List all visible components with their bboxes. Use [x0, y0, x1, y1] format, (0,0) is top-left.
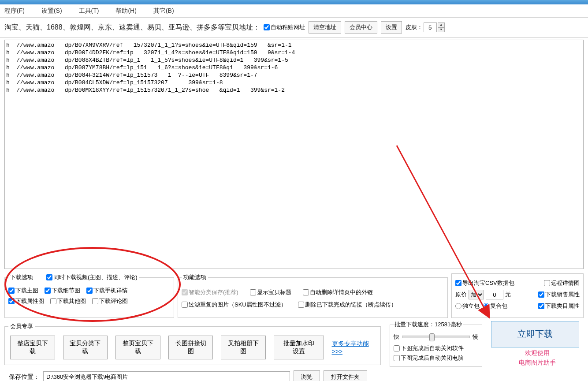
- remote-detail-checkbox[interactable]: 远程详情图: [544, 279, 580, 287]
- smart-save-checkbox: 智能分类保存(推荐): [182, 288, 238, 296]
- save-label: 保存位置：: [9, 373, 40, 381]
- download-video-checkbox[interactable]: 同时下载视频(主图、描述、评论): [46, 273, 138, 281]
- skin-value[interactable]: [424, 22, 437, 32]
- menu-settings[interactable]: 设置(S): [41, 7, 62, 15]
- member-legend: 会员专享: [8, 322, 35, 330]
- download-detail-checkbox[interactable]: 下载细节图: [45, 287, 80, 295]
- category-download-button[interactable]: 宝贝分类下载: [63, 336, 108, 359]
- speed-fast-label: 快: [394, 333, 399, 341]
- more-features-link[interactable]: 更多专享功能>>>: [332, 340, 373, 355]
- title-bar: [0, 0, 588, 4]
- welcome-text-2: 电商图片助手: [491, 359, 584, 367]
- open-folder-button[interactable]: 打开文件夹: [324, 370, 367, 381]
- close-software-checkbox[interactable]: 下图完成后自动关闭软件: [394, 344, 478, 352]
- download-review-checkbox[interactable]: 下载评论图: [92, 297, 128, 305]
- menu-other[interactable]: 其它(B): [153, 7, 174, 15]
- speed-group: 批量下载速度：12581毫秒 快 慢 下图完成后自动关闭软件 下图完成后自动关闭…: [390, 321, 482, 367]
- watermark-button[interactable]: 批量加水印设置: [274, 336, 324, 359]
- menu-tools[interactable]: 工具(T): [79, 7, 99, 15]
- function-options-legend: 功能选项: [182, 273, 208, 281]
- speed-slow-label: 慢: [473, 333, 478, 341]
- option-panels: 下载选项 同时下载视频(主图、描述、评论) 下载主图 下载细节图 下载手机详情 …: [0, 272, 588, 318]
- browse-button[interactable]: 浏览: [294, 370, 320, 381]
- menu-bar: 程序(F) 设置(S) 工具(T) 帮助(H) 其它(B): [0, 4, 588, 18]
- price-op-select[interactable]: 加: [469, 290, 484, 299]
- shop-download-button[interactable]: 整店宝贝下载: [10, 336, 55, 359]
- export-csv-checkbox[interactable]: 导出淘宝CSV数据包: [455, 279, 514, 287]
- skin-spinner: ▲ ▼: [438, 22, 445, 32]
- member-row: 会员专享 整店宝贝下载 宝贝分类下载 整页宝贝下载 长图拼接切图 叉拍相册下图 …: [0, 321, 588, 367]
- speed-slider[interactable]: [402, 336, 470, 338]
- auto-delete-links-checkbox[interactable]: 自动删除详情页中的外链: [303, 288, 373, 296]
- album-download-button[interactable]: 叉拍相册下图: [221, 336, 266, 359]
- download-options-legend: 下载选项 同时下载视频(主图、描述、评论): [8, 273, 139, 281]
- pkg-combo-radio[interactable]: 复合包: [483, 302, 507, 310]
- download-options-group: 下载选项 同时下载视频(主图、描述、评论) 下载主图 下载细节图 下载手机详情 …: [4, 273, 174, 318]
- function-options-group: 功能选项 智能分类保存(推荐) 显示宝贝标题 自动删除详情页中的外链 过滤重复的…: [178, 273, 448, 318]
- slider-thumb[interactable]: [429, 333, 435, 341]
- member-group: 会员专享 整店宝贝下载 宝贝分类下载 整页宝贝下载 长图拼接切图 叉拍相册下图 …: [4, 322, 381, 365]
- delete-done-checkbox[interactable]: 删除已下载完成的链接（断点续传）: [298, 301, 397, 309]
- save-path-input[interactable]: [43, 371, 290, 381]
- price-label: 原价: [455, 291, 467, 299]
- show-title-checkbox[interactable]: 显示宝贝标题: [250, 288, 291, 296]
- pkg-single-radio[interactable]: 独立包: [455, 302, 480, 310]
- skin-label: 皮肤：: [406, 23, 423, 31]
- export-group: 导出淘宝CSV数据包 远程详情图 原价 加 元 下载销售属性 独立包 复合包 下…: [451, 273, 584, 318]
- member-center-button[interactable]: 会员中心: [345, 21, 377, 34]
- download-other-checkbox[interactable]: 下载其他图: [50, 297, 86, 305]
- cat-attr-checkbox[interactable]: 下载类目属性: [538, 302, 580, 310]
- menu-program[interactable]: 程序(F): [4, 7, 25, 15]
- price-row: 原价 加 元: [455, 290, 511, 299]
- download-mobile-checkbox[interactable]: 下载手机详情: [86, 287, 128, 295]
- skin-selector: 皮肤： ▲ ▼: [406, 22, 445, 32]
- sale-attr-checkbox[interactable]: 下载销售属性: [538, 291, 580, 299]
- speed-legend: 批量下载速度：12581毫秒: [394, 321, 463, 329]
- top-bar: 淘宝、天猫、1688、敦煌网、京东、速卖通、易贝、亚马逊、拼多多等宝贝地址： 自…: [0, 18, 588, 37]
- close-pc-checkbox[interactable]: 下图完成后自动关闭电脑: [394, 354, 478, 362]
- price-unit: 元: [505, 291, 511, 299]
- save-row: 保存位置： 浏览 打开文件夹: [0, 367, 588, 381]
- clear-address-button[interactable]: 清空地址: [309, 21, 341, 34]
- auto-paste-checkbox[interactable]: 自动粘贴网址: [264, 23, 305, 31]
- long-image-button[interactable]: 长图拼接切图: [168, 336, 213, 359]
- download-area: 立即下载 欢迎使用 电商图片助手: [491, 321, 584, 367]
- settings-button[interactable]: 设置: [381, 21, 402, 34]
- filter-dup-checkbox[interactable]: 过滤重复的图片（SKU属性图不过滤）: [182, 301, 287, 309]
- url-textarea[interactable]: h //www.amazo dp/B07XM9VXRV/ref 15732071…: [4, 40, 584, 269]
- price-value-input[interactable]: [486, 290, 503, 299]
- menu-help[interactable]: 帮助(H): [115, 7, 136, 15]
- welcome-text-1: 欢迎使用: [491, 349, 584, 357]
- skin-down-icon[interactable]: ▼: [438, 27, 445, 32]
- download-attr-checkbox[interactable]: 下载属性图: [8, 297, 44, 305]
- address-label: 淘宝、天猫、1688、敦煌网、京东、速卖通、易贝、亚马逊、拼多多等宝贝地址：: [4, 23, 260, 32]
- download-main-checkbox[interactable]: 下载主图: [8, 287, 38, 295]
- page-download-button[interactable]: 整页宝贝下载: [115, 336, 160, 359]
- download-now-button[interactable]: 立即下载: [491, 321, 579, 347]
- skin-up-icon[interactable]: ▲: [438, 22, 445, 27]
